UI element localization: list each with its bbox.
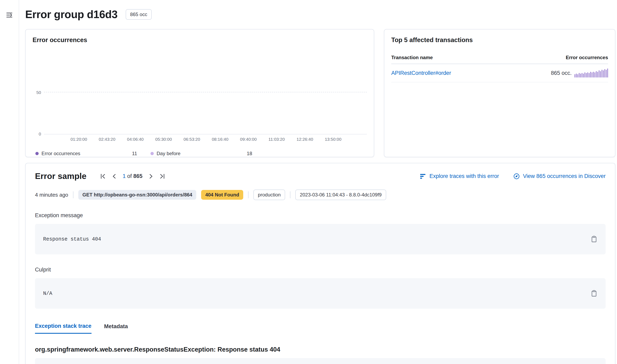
compass-icon [513, 173, 520, 180]
error-occurrences-chart: 50 0 01:20:0002:43:2004:06:4005:30:0006:… [33, 51, 367, 145]
error-sample-title: Error sample [35, 171, 86, 181]
clipboard-icon [591, 290, 597, 297]
page-of-label: of [127, 173, 132, 179]
clipboard-icon [591, 236, 597, 243]
legend-dot-day-before [151, 152, 154, 155]
legend-value: 18 [247, 151, 252, 156]
culprit-block: N/A [35, 278, 606, 309]
main-content: Error group d16d3 865 occ Error occurren… [20, 0, 617, 364]
x-tick-label: 11:03:20 [269, 137, 285, 142]
sparkline-bar [579, 73, 579, 78]
sparkline-bar [589, 73, 590, 78]
affected-transactions-panel: Top 5 affected transactions Transaction … [384, 29, 615, 157]
x-tick-label: 12:26:40 [296, 137, 313, 142]
sparkline-bar [583, 74, 584, 78]
sparkline-bar [602, 70, 602, 78]
legend-dot-error-occurrences [35, 152, 39, 155]
x-tick-label: 02:43:20 [99, 137, 116, 142]
legend-item-error-occurrences[interactable]: Error occurrences 11 [35, 151, 137, 156]
sparkline-bar [577, 74, 578, 78]
meta-divider [290, 191, 290, 198]
page-indicator: 1 of 865 [123, 173, 142, 179]
error-occurrences-panel: Error occurrences 50 0 01:20:0002:43:200… [25, 29, 374, 157]
stack-trace-heading: org.springframework.web.server.ResponseS… [35, 346, 606, 353]
legend-value: 11 [132, 151, 137, 156]
http-status-badge: 404 Not Found [201, 190, 243, 200]
view-in-discover-button[interactable]: View 865 occurrences in Discover [513, 173, 606, 180]
current-page-number: 1 [123, 173, 126, 179]
chart-gridline-50 [44, 92, 367, 92]
sparkline-bar [604, 69, 605, 78]
x-tick-label: 13:50:00 [325, 137, 341, 142]
legend-item-day-before[interactable]: Day before 18 [151, 151, 252, 156]
transaction-occurrence-count: 865 occ. [551, 70, 572, 76]
next-page-button[interactable] [148, 173, 154, 179]
sparkline-bar [580, 74, 581, 78]
chart-legend: Error occurrences 11 Day before 18 [33, 151, 367, 156]
occurrence-count-badge: 865 occ [126, 9, 152, 20]
first-page-icon [100, 173, 106, 179]
top-panels-row: Error occurrences 50 0 01:20:0002:43:200… [25, 29, 615, 157]
trace-waterfall-icon [420, 173, 426, 180]
expand-menu-button[interactable] [6, 12, 13, 18]
y-tick-0: 0 [39, 131, 41, 136]
sparkline-bar [586, 73, 587, 78]
meta-divider [248, 191, 248, 198]
sparkline-bar [582, 73, 582, 78]
sparkline-bar [607, 68, 608, 78]
environment-badge: production [253, 190, 285, 200]
sparkline-bar [596, 71, 597, 78]
sparkline-bar [587, 72, 588, 78]
explore-traces-label: Explore traces with this error [429, 173, 499, 179]
sparkline-bar [606, 70, 607, 78]
transaction-sparkline [575, 68, 608, 78]
sparkline-bar [576, 74, 577, 78]
x-axis: 01:20:0002:43:2004:06:4005:30:0006:53:20… [44, 137, 367, 145]
column-error-occurrences: Error occurrences [566, 55, 608, 60]
table-row: APIRestController#order 865 occ. [391, 64, 608, 82]
transaction-occurrences-cell: 865 occ. [551, 68, 608, 78]
error-sample-header: Error sample 1 of 865 [35, 171, 606, 181]
error-sample-panel: Error sample 1 of 865 [25, 163, 615, 364]
copy-culprit-button[interactable] [591, 290, 597, 297]
sparkline-bar [584, 72, 585, 78]
first-page-button[interactable] [100, 173, 106, 179]
menu-right-icon [6, 12, 13, 18]
sparkline-bar [575, 74, 575, 78]
tab-metadata[interactable]: Metadata [104, 323, 128, 334]
affected-transactions-title: Top 5 affected transactions [391, 36, 608, 44]
exception-message-block: Response status 404 [35, 224, 606, 254]
copy-exception-message-button[interactable] [591, 236, 597, 243]
sparkline-bar [593, 72, 594, 78]
x-tick-label: 05:30:00 [155, 137, 172, 142]
culprit-label: Culprit [35, 267, 606, 273]
chart-y-axis: 50 0 [33, 51, 44, 134]
sparkline-bar [597, 72, 598, 78]
collapsed-nav-sidebar [0, 0, 19, 364]
sparkline-bar [594, 72, 595, 78]
exception-message-label: Exception message [35, 212, 606, 219]
x-tick-label: 08:16:40 [212, 137, 228, 142]
page-header: Error group d16d3 865 occ [25, 8, 615, 21]
sample-tabs: Exception stack trace Metadata [35, 323, 606, 334]
previous-page-button[interactable] [111, 173, 117, 179]
view-in-discover-label: View 865 occurrences in Discover [523, 173, 606, 179]
last-page-button[interactable] [159, 173, 165, 179]
column-transaction-name: Transaction name [391, 55, 433, 60]
last-page-icon [159, 173, 165, 179]
y-tick-50: 50 [36, 90, 41, 95]
exception-message-value: Response status 404 [43, 236, 101, 242]
error-occurrences-title: Error occurrences [33, 36, 367, 44]
x-tick-label: 01:20:00 [71, 137, 87, 142]
stack-trace-block: at co.elastic.apm.opbeans.controllers.AP… [35, 358, 606, 364]
chevron-left-icon [111, 173, 117, 179]
sparkline-bar [603, 70, 604, 78]
transaction-link[interactable]: APIRestController#order [391, 70, 451, 76]
error-occurrences-plot [44, 51, 367, 134]
tab-exception-stack-trace[interactable]: Exception stack trace [35, 323, 91, 334]
x-tick-label: 04:06:40 [127, 137, 144, 142]
x-tick-label: 06:53:20 [183, 137, 200, 142]
meta-divider [73, 191, 73, 198]
sample-actions: Explore traces with this error View 865 … [420, 173, 606, 180]
explore-traces-button[interactable]: Explore traces with this error [420, 173, 499, 180]
